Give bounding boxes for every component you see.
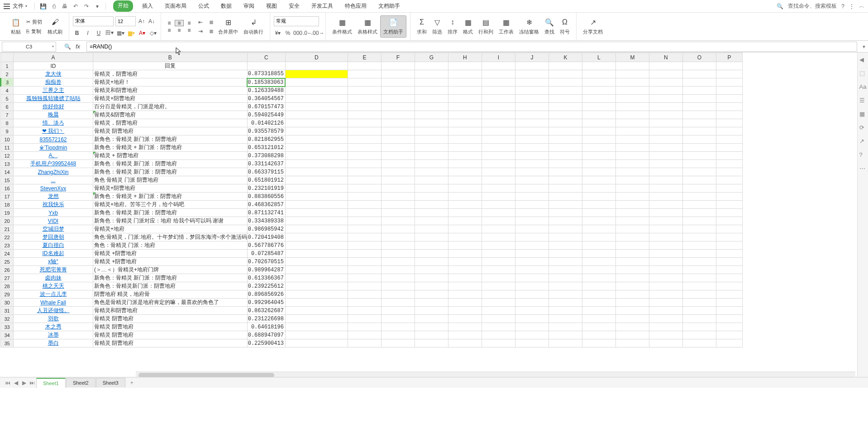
clear-format-button[interactable]: ◇▾ [149,29,157,37]
cell[interactable] [285,274,348,282]
cell[interactable] [649,307,682,315]
cell[interactable] [448,184,482,193]
cell[interactable] [381,95,415,103]
cell[interactable] [348,266,381,274]
col-header-P[interactable]: P [716,53,742,62]
cell[interactable]: 骨精灵 阴曹地府 [93,323,248,331]
align-bottom-icon[interactable]: ≡ [185,20,194,26]
cell[interactable]: 死肥宅菁菁 [14,266,93,274]
row-header[interactable]: 4 [1,87,14,95]
cell[interactable] [482,209,515,217]
sheet-table[interactable]: A B C D E F G H I J K L M N O P [0,53,743,347]
cell[interactable] [716,127,742,135]
cell[interactable] [649,225,682,233]
cell[interactable] [448,193,482,201]
tab-special[interactable]: 特色应用 [342,0,369,12]
formula-input[interactable] [86,42,857,52]
add-sheet-button[interactable]: + [126,378,138,388]
cell[interactable] [548,331,582,339]
cell[interactable] [381,282,415,290]
fill-color-button[interactable]: ▆▾ [127,29,135,37]
cell[interactable] [716,176,742,184]
cell[interactable] [682,193,716,201]
cell[interactable]: 三界之主 [14,87,93,95]
cell[interactable] [381,168,415,176]
find-button[interactable]: 🔍查找 [542,16,557,37]
table-row[interactable]: 8情、淡ろ骨精灵，阴曹地府0.01402126 [1,119,743,127]
number-format-select[interactable] [274,16,319,26]
cell[interactable] [285,307,348,315]
table-row[interactable]: 32羽歌骨精灵 阴曹地府0.231226698 [1,315,743,323]
cell[interactable] [716,193,742,201]
cell[interactable] [716,103,742,111]
print-icon[interactable]: 🖶 [61,3,68,10]
cell[interactable] [482,62,515,70]
cell[interactable]: 祝我快乐 [14,201,93,209]
cell[interactable] [482,70,515,78]
row-header[interactable]: 15 [1,176,14,184]
cell[interactable] [582,160,615,168]
paste-button[interactable]: 📋 粘贴 [8,16,24,37]
sheet-nav-first-icon[interactable]: ⏮ [4,380,12,386]
cell[interactable] [348,201,381,209]
cell[interactable] [348,225,381,233]
cell[interactable] [348,87,381,95]
cell[interactable] [348,282,381,290]
cell[interactable] [548,307,582,315]
cell[interactable] [682,135,716,144]
cell[interactable] [348,184,381,193]
cell[interactable] [615,152,649,160]
cell[interactable] [381,62,415,70]
cell[interactable] [381,152,415,160]
cell[interactable] [247,62,285,70]
cell[interactable]: ... [14,176,93,184]
cell[interactable] [682,290,716,299]
cell[interactable] [716,282,742,290]
cell[interactable] [682,70,716,78]
cell[interactable] [582,95,615,103]
cell[interactable] [415,176,448,184]
cell[interactable]: 墨白 [14,339,93,347]
cell[interactable] [649,127,682,135]
cell[interactable]: 角色：骨精灵 门派：地府 [93,241,248,250]
cell[interactable]: ❤ 我们丶 [14,127,93,135]
cell[interactable] [381,78,415,87]
increase-font-icon[interactable]: A↑ [138,17,146,25]
cell[interactable] [582,152,615,160]
cell[interactable] [615,62,649,70]
cell[interactable] [381,176,415,184]
cell[interactable]: StevenXyx [14,184,93,193]
cell[interactable] [348,70,381,78]
cell[interactable] [482,184,515,193]
cell[interactable] [548,103,582,111]
cell[interactable]: 回复 [93,62,248,70]
cell[interactable] [682,127,716,135]
cell[interactable] [548,193,582,201]
cell[interactable] [716,70,742,78]
table-row[interactable]: 25x轴°骨精灵 +阴曹地府0.702670515 [1,258,743,266]
cell[interactable] [716,299,742,307]
row-header[interactable]: 6 [1,103,14,111]
table-row[interactable]: 2龙大侠骨精灵，阴曹地府0.873318855 [1,70,743,78]
row-header[interactable]: 27 [1,274,14,282]
col-header-M[interactable]: M [615,53,649,62]
freeze-button[interactable]: ❄冻结窗格 [516,16,542,37]
cell[interactable]: 骨精灵和阴曹地府 [93,307,248,315]
cell[interactable] [716,135,742,144]
cell[interactable] [415,315,448,323]
cell[interactable] [448,103,482,111]
cell[interactable] [548,315,582,323]
col-header-B[interactable]: B [93,53,248,62]
cell[interactable] [716,258,742,266]
cell[interactable] [716,152,742,160]
cell[interactable] [649,331,682,339]
cell[interactable] [548,111,582,119]
row-header[interactable]: 33 [1,323,14,331]
cell[interactable] [482,144,515,152]
cell[interactable] [615,127,649,135]
cell[interactable] [615,209,649,217]
table-row[interactable]: 1ID回复 [1,62,743,70]
cell[interactable] [415,78,448,87]
cell[interactable] [381,315,415,323]
tab-developer[interactable]: 开发工具 [309,0,336,12]
